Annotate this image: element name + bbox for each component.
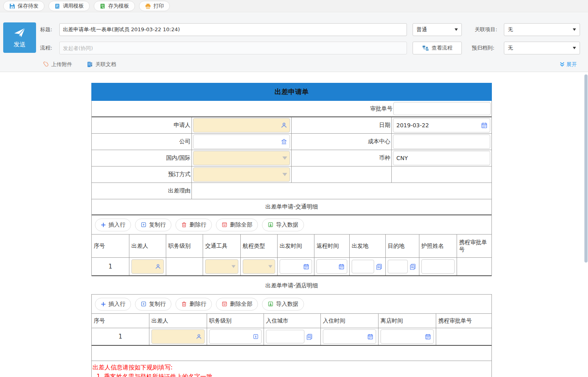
priority-value: 普通 [417,26,427,33]
vertical-scrollbar[interactable] [584,74,588,263]
import-icon [268,222,274,228]
paperclip-icon [42,61,49,68]
domestic-intl-select[interactable] [193,151,290,165]
save-pending-button[interactable]: 保存待发 [3,1,44,11]
related-document-button[interactable]: 关联文档 [87,61,116,68]
chevron-double-down-icon [560,62,565,67]
prearchive-select[interactable]: 无 [504,42,580,54]
upload-attachment-button[interactable]: 上传附件 [42,61,72,68]
depart-time-input[interactable] [280,259,312,274]
delete-row-label: 删除行 [189,221,206,229]
destination-input[interactable] [388,260,408,273]
import-data-button[interactable]: 导入数据 [262,219,304,231]
approval-no-input[interactable] [393,102,491,115]
workflow-icon [422,45,429,51]
top-toolbar: 保存待发 调用模板 存为模板 打印 [0,0,588,12]
currency-input[interactable]: CNY [393,151,491,165]
booking-method-select[interactable] [193,167,290,182]
calendar-icon[interactable] [481,122,487,128]
applicant-input[interactable] [193,118,290,132]
job-level-input[interactable] [209,329,262,344]
calendar-icon[interactable] [425,334,431,340]
person-icon[interactable] [196,334,202,340]
level-selector-icon[interactable] [253,334,259,340]
person-icon[interactable] [281,122,287,128]
cost-center-input[interactable] [393,134,491,149]
insert-row-button[interactable]: 插入行 [95,298,131,311]
col-checkin-city: 入住城市 [264,314,321,328]
col-job-level: 职务级别 [166,235,203,258]
view-flow-button[interactable]: 查看流程 [413,42,462,54]
traveler-input[interactable] [131,259,164,274]
checkin-city-input[interactable] [266,330,304,343]
title-label: 标题: [40,23,52,36]
plus-icon [101,301,106,307]
calendar-icon[interactable] [338,264,344,270]
expand-button[interactable]: 展开 [560,61,577,68]
col-seq: 序号 [92,314,149,328]
notice-heading: 出差人信息请按如下规则填写: [93,363,491,372]
building-icon[interactable] [281,138,287,145]
transport-toolbar: 插入行 复制行 删除行 删除全部 [92,215,491,235]
calendar-icon[interactable] [367,334,373,340]
save-as-template-label: 存为模板 [108,2,129,10]
priority-select[interactable]: 普通 [413,23,462,36]
return-time-input[interactable] [316,259,347,274]
checkout-time-input[interactable] [381,329,434,344]
job-level-cell[interactable] [166,258,203,275]
col-traveler: 出差人 [149,314,207,328]
company-label: 公司 [92,134,192,150]
delete-all-button[interactable]: 删除全部 [216,219,258,231]
prearchive-label: 预归档到: [472,42,494,54]
cost-center-label: 成本中心 [292,134,392,150]
col-destination: 目的地 [386,235,419,258]
caret-down-icon [268,265,272,268]
import-data-label: 导入数据 [276,301,298,308]
caret-down-icon [232,265,236,268]
flow-input[interactable] [59,42,407,54]
city-picker-icon[interactable] [409,263,416,270]
trip-reason-label: 出差理由 [92,183,192,199]
delete-row-button[interactable]: 删除行 [175,219,212,231]
save-as-template-button[interactable]: 存为模板 [94,1,135,11]
currency-label: 币种 [292,150,392,166]
company-input[interactable] [193,134,290,149]
person-icon[interactable] [155,264,161,270]
invoke-template-button[interactable]: 调用模板 [48,1,90,11]
trash-icon [181,222,187,228]
city-picker-icon[interactable] [376,263,383,270]
send-button[interactable]: 发送 [3,22,36,53]
copy-row-button[interactable]: 复制行 [135,298,171,311]
empty-cell [292,166,392,183]
trip-reason-input[interactable] [192,183,492,199]
caret-down-icon [455,28,458,31]
col-route-type: 航程类型 [241,235,278,258]
trash-all-icon [222,301,228,307]
delete-row-button[interactable]: 删除行 [175,298,212,311]
related-project-select[interactable]: 无 [504,23,580,36]
checkin-time-input[interactable] [323,329,376,344]
origin-input[interactable] [352,260,374,273]
form-banner: 出差申请单 [91,83,492,101]
delete-all-button[interactable]: 删除全部 [216,298,258,311]
traveler-input[interactable] [151,329,205,344]
print-button[interactable]: 打印 [139,1,170,11]
copy-row-button[interactable]: 复制行 [135,219,171,231]
route-type-select[interactable] [243,259,275,274]
save-as-template-icon [100,3,106,9]
title-input[interactable] [59,23,407,36]
form-area: 出差申请单 审批单号 申请人 日期 [0,72,588,377]
passport-name-input[interactable] [421,259,455,274]
copy-row-label: 复制行 [149,301,166,308]
city-picker-icon[interactable] [306,333,313,340]
transport-data-row: 1 [92,258,491,276]
delete-row-label: 删除行 [189,301,206,308]
date-input[interactable]: 2019-03-22 [393,118,491,132]
transport-tool-select[interactable] [205,259,238,274]
insert-row-button[interactable]: 插入行 [95,219,131,231]
currency-value: CNY [397,155,408,161]
upload-attachment-label: 上传附件 [51,61,72,68]
calendar-icon[interactable] [303,264,309,270]
import-data-button[interactable]: 导入数据 [262,298,304,311]
header-panel: 发送 标题: 普通 关联项目: 无 流程: 查看流程 预归档到: 无 上传附件 [0,13,588,72]
